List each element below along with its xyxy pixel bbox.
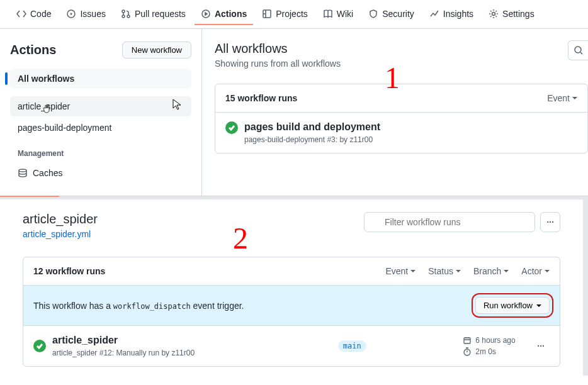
filter-actor[interactable]: Actor — [521, 266, 550, 276]
graph-icon — [429, 9, 439, 19]
filter-event[interactable]: Event — [385, 266, 416, 276]
tab-wiki-label: Wiki — [337, 9, 353, 19]
search-icon — [574, 45, 584, 55]
run-title: article_spider — [52, 335, 241, 346]
tab-pulls[interactable]: Pull requests — [115, 4, 192, 25]
play-icon — [201, 9, 211, 19]
tab-insights-label: Insights — [443, 9, 473, 19]
filter-runs-input[interactable] — [364, 212, 535, 232]
shield-icon — [368, 9, 378, 19]
run-subtitle: pages-build-deployment #3: by z11r00 — [244, 135, 380, 144]
stopwatch-icon — [463, 347, 472, 356]
issues-icon — [66, 9, 76, 19]
caret-down-icon — [504, 270, 509, 272]
branch-badge[interactable]: main — [338, 340, 366, 352]
success-icon — [225, 121, 238, 134]
tab-issues[interactable]: Issues — [60, 4, 111, 25]
tab-security[interactable]: Security — [362, 4, 421, 25]
tab-projects-label: Projects — [276, 9, 308, 19]
sidebar-item-label: article_spider — [18, 101, 70, 111]
svg-point-4 — [127, 15, 130, 18]
project-icon — [262, 9, 272, 19]
gear-icon — [489, 9, 499, 19]
git-pull-request-icon — [121, 9, 131, 19]
caret-down-icon — [536, 304, 541, 307]
sidebar-title: Actions — [10, 43, 56, 57]
svg-point-9 — [575, 47, 581, 53]
run-workflow-button[interactable]: Run workflow — [475, 297, 550, 314]
sidebar-all-label: All workflows — [18, 74, 74, 84]
sidebar-all-workflows[interactable]: All workflows — [10, 69, 191, 89]
workflow-run-row[interactable]: article_spider article_spider #12: Manua… — [23, 326, 560, 366]
content-panel-2: 2 article_spider article_spider.yml ··· … — [0, 199, 588, 376]
sidebar-caches-label: Caches — [33, 168, 62, 178]
caret-down-icon — [456, 270, 461, 272]
database-icon — [18, 168, 28, 178]
event-filter[interactable]: Event — [547, 93, 577, 103]
svg-point-7 — [492, 12, 495, 15]
sidebar-caches[interactable]: Caches — [10, 163, 191, 183]
tab-actions[interactable]: Actions — [195, 4, 253, 25]
run-menu-button[interactable]: ··· — [532, 338, 550, 354]
actions-sidebar: Actions New workflow All workflows artic… — [0, 29, 201, 196]
sidebar-item-pages-build[interactable]: pages-build-deployment — [10, 118, 191, 138]
filter-branch[interactable]: Branch — [473, 266, 509, 276]
search-button[interactable] — [568, 40, 588, 60]
cursor-arrow-icon — [172, 99, 183, 110]
sidebar-item-label: pages-build-deployment — [18, 123, 111, 133]
content-panel-1: 1 All workflows Showing runs from all wo… — [201, 29, 588, 196]
tab-actions-label: Actions — [215, 9, 247, 19]
svg-point-1 — [71, 13, 72, 14]
page-subtitle: Showing runs from all workflows — [215, 59, 588, 69]
repo-tabs: Code Issues Pull requests Actions Projec… — [0, 0, 588, 29]
dispatch-code: workflow_dispatch — [113, 302, 191, 311]
tab-code-label: Code — [30, 9, 51, 19]
caret-down-icon — [545, 270, 550, 272]
success-icon — [33, 340, 46, 352]
workflow-yml-link[interactable]: article_spider.yml — [23, 229, 91, 239]
tab-code[interactable]: Code — [10, 4, 57, 25]
caret-down-icon — [572, 97, 577, 99]
sidebar-item-article-spider[interactable]: article_spider — [10, 96, 191, 116]
sidebar-section-management: Management — [10, 139, 191, 163]
svg-point-2 — [122, 10, 125, 13]
tab-projects[interactable]: Projects — [256, 4, 314, 25]
run-title: pages build and deployment — [244, 121, 380, 133]
book-icon — [323, 9, 333, 19]
tab-pulls-label: Pull requests — [135, 9, 186, 19]
page-title: All workflows — [215, 42, 588, 56]
svg-rect-11 — [464, 338, 470, 343]
runs-count-2: 12 workflow runs — [33, 266, 105, 276]
calendar-icon — [463, 336, 472, 345]
tab-insights[interactable]: Insights — [423, 4, 480, 25]
workflow-title: article_spider — [23, 212, 98, 226]
svg-point-8 — [19, 169, 26, 172]
new-workflow-button[interactable]: New workflow — [122, 42, 191, 59]
run-subtitle: article_spider #12: Manually run by z11r… — [52, 349, 241, 357]
workflow-menu-button[interactable]: ··· — [540, 212, 560, 232]
tab-wiki[interactable]: Wiki — [317, 4, 359, 25]
runs-count: 15 workflow runs — [225, 93, 297, 103]
workflow-run-row[interactable]: pages build and deployment pages-build-d… — [215, 113, 587, 153]
tab-issues-label: Issues — [80, 9, 105, 19]
code-icon — [16, 9, 26, 19]
filter-status[interactable]: Status — [428, 266, 461, 276]
tab-settings-label: Settings — [502, 9, 534, 19]
caret-down-icon — [410, 270, 416, 272]
run-time: 6 hours ago — [463, 336, 526, 345]
run-duration: 2m 0s — [463, 347, 526, 356]
svg-point-3 — [122, 15, 125, 18]
tab-settings[interactable]: Settings — [482, 4, 541, 25]
dispatch-banner: This workflow has a workflow_dispatch ev… — [23, 286, 560, 326]
tab-security-label: Security — [382, 9, 414, 19]
